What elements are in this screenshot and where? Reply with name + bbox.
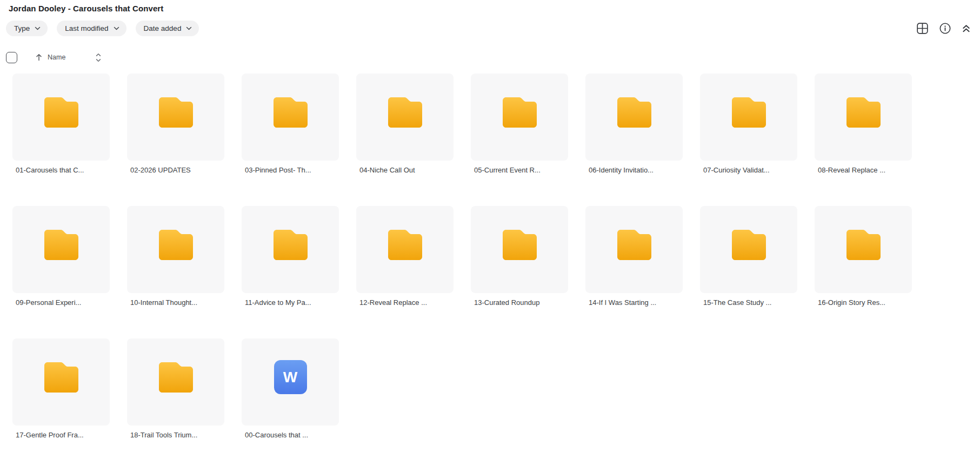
file-name: 09-Personal Experi... <box>12 298 110 307</box>
file-tile[interactable] <box>12 74 110 161</box>
file-name: 08-Reveal Replace ... <box>815 166 912 175</box>
sort-by-name-control[interactable]: Name <box>36 54 65 61</box>
file-tile[interactable] <box>700 206 797 293</box>
grid-item: 09-Personal Experi... <box>12 206 110 307</box>
folder-icon <box>388 230 422 260</box>
grid-item: 16-Origin Story Res... <box>815 206 912 307</box>
grid-item: 13-Curated Roundup <box>471 206 568 307</box>
drive-folder-view: Jordan Dooley - Carousels that Convert T… <box>0 0 980 452</box>
file-name: 05-Current Event R... <box>471 166 568 175</box>
grid-item: 11-Advice to My Pa... <box>242 206 339 307</box>
file-name: 14-If I Was Starting ... <box>585 298 683 307</box>
grid-item: 14-If I Was Starting ... <box>585 206 683 307</box>
grid-item: 04-Niche Call Out <box>356 74 454 175</box>
sort-updown-icon[interactable] <box>96 53 101 64</box>
file-tile[interactable] <box>127 338 224 426</box>
info-icon[interactable] <box>939 23 951 34</box>
file-name: 01-Carousels that C... <box>12 166 110 175</box>
file-tile[interactable] <box>127 206 224 293</box>
file-name: 04-Niche Call Out <box>356 166 454 175</box>
grid-item: 07-Curiosity Validat... <box>700 74 797 175</box>
file-tile[interactable] <box>356 74 454 161</box>
filter-bar: Type Last modified Date added <box>6 21 199 36</box>
folder-icon <box>159 362 193 393</box>
file-name: 15-The Case Study ... <box>700 298 797 307</box>
file-tile[interactable] <box>242 206 339 293</box>
folder-icon <box>503 97 537 128</box>
grid-item: 12-Reveal Replace ... <box>356 206 454 307</box>
file-tile[interactable] <box>12 338 110 426</box>
page-title: Jordan Dooley - Carousels that Convert <box>9 4 163 13</box>
file-tile[interactable]: W <box>242 338 339 426</box>
grid-view-icon[interactable] <box>917 23 928 34</box>
filter-chip-label: Date added <box>144 24 182 32</box>
sort-column-label: Name <box>48 54 65 61</box>
folder-icon <box>44 230 78 260</box>
file-name: 00-Carousels that ... <box>242 431 339 440</box>
file-name: 13-Curated Roundup <box>471 298 568 307</box>
word-doc-icon: W <box>274 360 307 394</box>
grid-item: 03-Pinned Post- Th... <box>242 74 339 175</box>
file-tile[interactable] <box>585 206 683 293</box>
file-name: 11-Advice to My Pa... <box>242 298 339 307</box>
folder-icon <box>44 362 78 393</box>
file-name: 16-Origin Story Res... <box>815 298 912 307</box>
folder-icon <box>846 97 881 128</box>
folder-icon <box>44 97 78 128</box>
file-tile[interactable] <box>356 206 454 293</box>
grid-item: 01-Carousels that C... <box>12 74 110 175</box>
collapse-up-icon[interactable] <box>962 24 970 33</box>
chevron-down-icon <box>35 26 41 30</box>
folder-icon <box>732 97 766 128</box>
folder-icon <box>617 97 651 128</box>
folder-icon <box>274 230 308 260</box>
grid-item: 10-Internal Thought... <box>127 206 224 307</box>
grid-item: 05-Current Event R... <box>471 74 568 175</box>
grid-item: 02-2026 UPDATES <box>127 74 224 175</box>
grid-item: 06-Identity Invitatio... <box>585 74 683 175</box>
filter-chip-type[interactable]: Type <box>6 21 48 36</box>
folder-icon <box>503 230 537 260</box>
file-tile[interactable] <box>127 74 224 161</box>
folder-icon <box>159 97 193 128</box>
file-tile[interactable] <box>815 206 912 293</box>
file-name: 17-Gentle Proof Fra... <box>12 431 110 440</box>
filter-chip-date-added[interactable]: Date added <box>136 21 199 36</box>
file-name: 12-Reveal Replace ... <box>356 298 454 307</box>
file-name: 18-Trail Tools Trium... <box>127 431 224 440</box>
file-tile[interactable] <box>815 74 912 161</box>
folder-icon <box>274 97 308 128</box>
folder-icon <box>617 230 651 260</box>
file-tile[interactable] <box>12 206 110 293</box>
file-name: 02-2026 UPDATES <box>127 166 224 175</box>
file-tile[interactable] <box>471 206 568 293</box>
folder-icon <box>388 97 422 128</box>
file-tile[interactable] <box>242 74 339 161</box>
grid-item: 08-Reveal Replace ... <box>815 74 912 175</box>
folder-icon <box>846 230 881 260</box>
arrow-up-icon <box>36 54 42 61</box>
select-all-checkbox[interactable] <box>6 52 17 63</box>
file-tile[interactable] <box>700 74 797 161</box>
file-tile[interactable] <box>471 74 568 161</box>
filter-chip-label: Type <box>14 24 30 32</box>
grid-item: 15-The Case Study ... <box>700 206 797 307</box>
filter-chip-last-modified[interactable]: Last modified <box>57 21 126 36</box>
file-name: 10-Internal Thought... <box>127 298 224 307</box>
view-toolbar <box>917 21 970 36</box>
folder-icon <box>732 230 766 260</box>
file-tile[interactable] <box>585 74 683 161</box>
chevron-down-icon <box>186 26 192 30</box>
file-name: 03-Pinned Post- Th... <box>242 166 339 175</box>
file-name: 07-Curiosity Validat... <box>700 166 797 175</box>
file-grid: 01-Carousels that C... 02-2026 UPDATES <box>12 74 912 440</box>
grid-item: 18-Trail Tools Trium... <box>127 338 224 440</box>
filter-chip-label: Last modified <box>65 24 108 32</box>
file-name: 06-Identity Invitatio... <box>585 166 683 175</box>
grid-item: W 00-Carousels that ... <box>242 338 339 440</box>
chevron-down-icon <box>114 26 119 30</box>
grid-item: 17-Gentle Proof Fra... <box>12 338 110 440</box>
folder-icon <box>159 230 193 260</box>
